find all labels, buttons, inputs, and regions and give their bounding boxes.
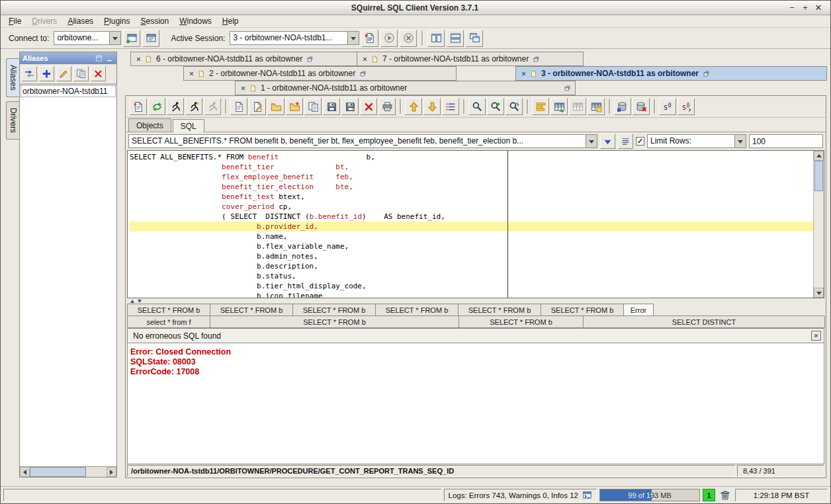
scrollbar-thumb[interactable] xyxy=(30,467,86,477)
close-tab-icon[interactable] xyxy=(135,56,142,63)
table-config-icon[interactable] xyxy=(588,98,605,115)
open-sql-worksheet-icon[interactable] xyxy=(130,98,147,115)
log-viewer-icon[interactable] xyxy=(582,490,592,500)
run-all-sql-icon[interactable] xyxy=(185,98,202,115)
maximize-button[interactable]: + xyxy=(799,3,812,13)
scroll-right-icon[interactable] xyxy=(107,467,116,477)
new-sql-worksheet-icon[interactable] xyxy=(361,30,378,47)
scroll-up-icon[interactable] xyxy=(814,151,824,161)
menu-help[interactable]: Help xyxy=(217,16,244,26)
close-tab-icon[interactable] xyxy=(361,56,369,63)
result-tab[interactable]: Error xyxy=(623,304,654,316)
table-export-icon[interactable] xyxy=(550,98,568,115)
commit-icon[interactable] xyxy=(148,98,165,115)
session-tab-6[interactable]: 6 - orbitowner-NOA-tstdb11 as orbitowner xyxy=(130,52,357,66)
menu-plugins[interactable]: Plugins xyxy=(99,16,135,26)
sql-history-combo[interactable]: SELECT ALL_BENEFITS.* FROM benefit b, be… xyxy=(128,134,597,148)
result-tab[interactable]: SELECT * FROM b xyxy=(459,315,584,328)
copy-sql-icon[interactable] xyxy=(304,98,322,115)
next-sql-icon[interactable] xyxy=(423,98,441,115)
undock-panel-icon[interactable] xyxy=(95,54,103,63)
alias-properties-window-icon[interactable] xyxy=(142,30,159,47)
unquote-sql-icon[interactable]: s0 xyxy=(678,98,695,115)
tab-sql[interactable]: SQL xyxy=(173,119,204,132)
alias-connect-window-icon[interactable] xyxy=(123,30,140,47)
result-tab[interactable]: SELECT * FROM b xyxy=(541,304,624,316)
restore-tab-icon[interactable] xyxy=(306,56,314,63)
result-tab[interactable]: SELECT * FROM b xyxy=(292,304,376,316)
dropdown-arrow-icon[interactable] xyxy=(734,135,746,147)
cascade-windows-icon[interactable] xyxy=(466,30,483,47)
scroll-down-icon[interactable] xyxy=(814,288,824,298)
import-data-icon[interactable] xyxy=(614,98,631,115)
quote-sql-icon[interactable]: s0 xyxy=(659,98,676,115)
find-icon[interactable] xyxy=(468,98,486,115)
close-error-panel-icon[interactable] xyxy=(811,331,821,341)
open-sql-file-icon[interactable] xyxy=(267,98,284,115)
active-session-combo[interactable]: 3 - orbitowner-NOA-tstdb1... xyxy=(230,31,359,45)
connect-alias-icon[interactable] xyxy=(22,66,37,81)
reconnect-session-icon[interactable] xyxy=(380,30,398,47)
limit-rows-combo[interactable]: Limit Rows: xyxy=(647,134,746,148)
close-button[interactable]: ✕ xyxy=(812,3,825,13)
minimize-button[interactable]: − xyxy=(785,3,799,13)
scrollbar-track[interactable] xyxy=(86,467,107,477)
sql-history-icon[interactable] xyxy=(442,98,459,115)
menu-drivers[interactable]: Drivers xyxy=(26,16,62,26)
add-alias-icon[interactable] xyxy=(39,66,54,81)
close-sql-file-icon[interactable] xyxy=(360,98,377,115)
tab-objects[interactable]: Objects xyxy=(128,118,171,132)
side-tab-aliases[interactable]: Aliases xyxy=(6,58,20,97)
menu-file[interactable]: File xyxy=(3,16,26,26)
alias-item[interactable]: orbitowner-NOA-tstdb11 xyxy=(21,85,116,97)
limit-rows-checkbox[interactable] xyxy=(636,137,644,146)
session-tab-3[interactable]: 3 - orbitowner-NOA-tstdb11 as orbitowner xyxy=(515,66,827,81)
close-tab-icon[interactable] xyxy=(520,70,527,77)
save-sql-as-icon[interactable] xyxy=(341,98,359,115)
edit-sql-file-icon[interactable] xyxy=(249,98,266,115)
result-tab[interactable]: SELECT * FROM b xyxy=(210,315,459,328)
result-tab[interactable]: SELECT * FROM b xyxy=(375,304,459,316)
delete-alias-icon[interactable] xyxy=(91,66,106,81)
session-tab-7[interactable]: 7 - orbitowner-NOA-tstdb11 as orbitowner xyxy=(357,52,584,66)
restore-tab-icon[interactable] xyxy=(359,70,367,77)
format-sql-icon[interactable] xyxy=(532,98,549,115)
edit-alias-icon[interactable] xyxy=(56,66,71,81)
minimize-panel-icon[interactable] xyxy=(105,54,114,63)
result-tab[interactable]: SELECT * FROM b xyxy=(458,304,541,316)
run-sql-icon[interactable] xyxy=(167,98,184,115)
menu-session[interactable]: Session xyxy=(135,16,174,26)
memory-gauge[interactable]: 99 of 193 MB 99 of 193 MB xyxy=(599,489,700,501)
session-tab-1[interactable]: 1 - orbitowner-NOA-tstdb11 as orbitowner xyxy=(235,81,576,95)
find-refresh-icon[interactable] xyxy=(505,98,523,115)
print-sql-icon[interactable] xyxy=(378,98,396,115)
copy-alias-icon[interactable] xyxy=(73,66,89,81)
append-sql-file-icon[interactable] xyxy=(286,98,303,115)
tile-horizontal-icon[interactable] xyxy=(447,30,464,47)
alias-list-hscrollbar[interactable] xyxy=(20,466,116,477)
delete-data-icon[interactable] xyxy=(633,98,650,115)
result-tab[interactable]: SELECT DISTINCT xyxy=(583,315,825,328)
save-sql-icon[interactable] xyxy=(323,98,340,115)
dropdown-arrow-icon[interactable] xyxy=(347,32,359,44)
new-sql-file-icon[interactable] xyxy=(230,98,247,115)
dropdown-arrow-icon[interactable] xyxy=(109,32,120,44)
scrollbar-track[interactable] xyxy=(814,191,824,288)
session-tab-2[interactable]: 2 - orbitowner-NOA-tstdb11 as orbitowner xyxy=(183,66,457,81)
tile-vertical-icon[interactable] xyxy=(427,30,445,47)
open-sql-history-icon[interactable] xyxy=(618,134,633,149)
side-tab-drivers[interactable]: Drivers xyxy=(6,101,20,140)
close-tab-icon[interactable] xyxy=(240,85,247,92)
restore-tab-icon[interactable] xyxy=(703,70,710,77)
scrollbar-thumb[interactable] xyxy=(814,161,823,191)
close-session-icon[interactable] xyxy=(400,30,417,47)
result-tab[interactable]: SELECT * FROM b xyxy=(127,304,210,316)
previous-sql-icon[interactable] xyxy=(405,98,422,115)
menu-windows[interactable]: Windows xyxy=(174,16,217,26)
logs-status-cell[interactable]: Logs: Errors 743, Warnings 0, Infos 12 xyxy=(444,489,597,501)
result-tab[interactable]: select * from f xyxy=(127,315,210,328)
garbage-collect-icon[interactable] xyxy=(718,488,732,503)
connect-to-combo[interactable]: orbitowne... xyxy=(54,31,121,45)
limit-rows-input[interactable] xyxy=(749,134,823,148)
editor-vscrollbar[interactable] xyxy=(813,151,824,298)
